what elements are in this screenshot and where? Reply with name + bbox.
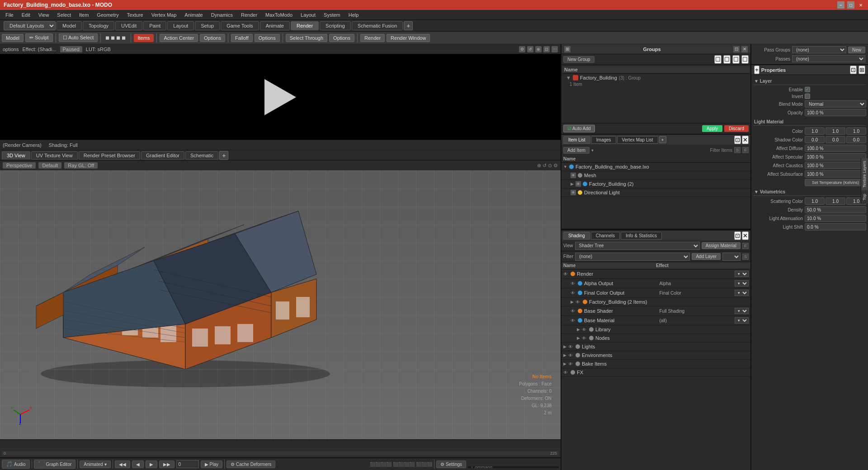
layout-tab-topology[interactable]: Topology	[83, 21, 114, 30]
render-window-btn[interactable]: Render Window	[387, 34, 430, 42]
shader-dropdown-final[interactable]: ▾	[735, 290, 749, 296]
item-row-mesh[interactable]: 👁 Mesh	[561, 171, 750, 180]
shader-eye-alpha[interactable]: 👁	[571, 281, 575, 286]
groups-icon1[interactable]: ☐	[714, 55, 722, 64]
frame-input[interactable]	[176, 460, 199, 468]
color-g[interactable]: 1.0	[826, 127, 845, 135]
layout-tab-uvedit[interactable]: UVEdit	[115, 21, 142, 30]
menu-item-file[interactable]: File	[2, 11, 17, 19]
menu-item-layout[interactable]: Layout	[297, 11, 319, 19]
shader-dropdown-base[interactable]: ▾	[735, 308, 749, 314]
item-panel-detach[interactable]: ⊡	[734, 136, 741, 144]
shader-row-alpha[interactable]: 👁 Alpha Output Alpha ▾	[561, 279, 750, 288]
menu-item-maxtomodo[interactable]: MaxToModo	[262, 11, 296, 19]
options1-btn[interactable]: Options	[200, 34, 225, 42]
apply-btn[interactable]: Apply	[702, 125, 722, 132]
shader-eye-render[interactable]: 👁	[563, 272, 568, 277]
forward-end-btn[interactable]: ▶▶	[159, 461, 175, 468]
shader-eye-fx[interactable]: 👁	[563, 370, 568, 375]
shader-row-final-color[interactable]: 👁 Final Color Output Final Color ▾	[561, 288, 750, 298]
viewport-scene[interactable]: X Y Z No Items Polygons : Face Channels:…	[0, 170, 561, 439]
affect-diffuse-value[interactable]: 100.0 %	[805, 145, 866, 152]
menu-item-select[interactable]: Select	[53, 11, 75, 19]
tab-uv-texture[interactable]: UV Texture View	[31, 151, 78, 160]
render-btn[interactable]: Render	[360, 34, 385, 42]
light-atten-value[interactable]: 10.0 %	[805, 215, 866, 222]
top-label[interactable]: Top	[861, 191, 868, 203]
layout-tab-schematic-fusion[interactable]: Schematic Fusion	[352, 21, 403, 30]
shader-eye-lights[interactable]: 👁	[568, 344, 573, 349]
tab-3d-view[interactable]: 3D View	[2, 151, 30, 160]
menu-item-texture[interactable]: Texture	[123, 11, 147, 19]
affect-caustics-value[interactable]: 100.0 %	[805, 162, 866, 169]
layout-tab-scripting[interactable]: Scripting	[320, 21, 351, 30]
scatter-g[interactable]: 1.0	[826, 197, 845, 205]
command-input[interactable]	[468, 466, 559, 468]
layout-tab-layout[interactable]: Layout	[167, 21, 194, 30]
menu-item-view[interactable]: View	[35, 11, 53, 19]
enable-checkbox[interactable]: ✓	[805, 87, 810, 92]
animated-btn[interactable]: Animated ▾	[80, 461, 110, 468]
shading-S-btn[interactable]: S	[742, 254, 749, 260]
menu-item-edit[interactable]: Edit	[18, 11, 34, 19]
affect-specular-value[interactable]: 100.0 %	[805, 153, 866, 160]
shader-eye-base[interactable]: 👁	[571, 309, 575, 314]
shader-dropdown-render[interactable]: ▾	[735, 271, 749, 277]
tab-images[interactable]: Images	[591, 136, 616, 144]
maximize-button[interactable]: □	[847, 1, 854, 9]
action-center-btn[interactable]: Action Center	[160, 34, 198, 42]
shader-eye-basem[interactable]: 👁	[571, 318, 575, 323]
groups-detach-btn[interactable]: ⊡	[733, 46, 740, 52]
close-button[interactable]: ✕	[857, 1, 864, 9]
graph-editor-btn[interactable]: ⬛ Graph Editor	[34, 460, 76, 469]
pass-groups-select[interactable]: (none)	[792, 46, 846, 53]
shadow-r[interactable]: 0.0	[805, 136, 825, 143]
groups-expand-btn[interactable]: ⊞	[564, 46, 571, 52]
opacity-value[interactable]: 100.0 %	[805, 109, 866, 116]
new-pass-btn[interactable]: New	[848, 47, 865, 53]
add-item-btn[interactable]: Add Item	[563, 147, 590, 154]
discard-btn[interactable]: Discard	[724, 125, 749, 132]
item-row-light[interactable]: 👁 Directional Light	[561, 188, 750, 197]
item-group-eye[interactable]: 👁	[576, 181, 581, 187]
color-r[interactable]: 1.0	[805, 127, 825, 135]
perspective-label[interactable]: Perspective	[3, 162, 36, 169]
shadow-b[interactable]: 0.0	[846, 136, 866, 143]
options2-btn[interactable]: Options	[255, 34, 280, 42]
groups-close-btn[interactable]: ✕	[741, 46, 748, 52]
tab-channels[interactable]: Channels	[591, 232, 620, 240]
falloff-btn[interactable]: Falloff	[231, 34, 253, 42]
invert-checkbox[interactable]	[805, 94, 810, 99]
shader-row-lights[interactable]: ▶ 👁 Lights	[561, 343, 750, 351]
select-through-btn[interactable]: Select Through	[286, 34, 327, 42]
audio-btn[interactable]: 🎵 Audio	[2, 460, 30, 469]
items-btn[interactable]: Items	[134, 34, 154, 42]
auto-add-btn[interactable]: ☑ Auto Add	[563, 125, 595, 132]
item-light-eye[interactable]: 👁	[571, 190, 576, 195]
item-row-factory-group[interactable]: ▶ 👁 Factory_Building (2)	[561, 180, 750, 188]
shader-row-base-material[interactable]: 👁 Base Material (all) ▾	[561, 316, 750, 325]
play-btn[interactable]: ▶ Play	[201, 461, 222, 468]
groups-icon4[interactable]: ☐	[741, 55, 749, 64]
menu-item-item[interactable]: Item	[75, 11, 92, 19]
cache-deformers-btn[interactable]: ⚙ Cache Deformers	[226, 461, 275, 468]
layout-tab-paint[interactable]: Paint	[143, 21, 166, 30]
shading-close-btn[interactable]: ✕	[742, 231, 749, 240]
shader-row-factory[interactable]: ▶ 👁 Factory_Building (2 Items)	[561, 298, 750, 306]
passes-select[interactable]: (none)	[792, 55, 865, 62]
filter-select[interactable]: (none)	[575, 253, 690, 261]
filter-F-btn[interactable]: F	[742, 147, 749, 153]
shader-dropdown-basem[interactable]: ▾	[735, 317, 749, 324]
item-tab-add[interactable]: +	[659, 136, 666, 143]
affect-subsurface-value[interactable]: 100.0 %	[805, 170, 866, 178]
default-label[interactable]: Default	[38, 162, 61, 169]
tab-schematic[interactable]: Schematic	[185, 151, 218, 160]
shader-eye-final[interactable]: 👁	[571, 291, 575, 296]
light-shift-value[interactable]: 0.0 %	[805, 223, 866, 230]
shader-row-fx[interactable]: 👁 FX	[561, 368, 750, 377]
menu-item-animate[interactable]: Animate	[181, 11, 206, 19]
shading-detach-btn[interactable]: ⊡	[734, 231, 741, 240]
tab-vertex-map[interactable]: Vertex Map List	[617, 136, 658, 144]
add-layer-type-select[interactable]	[722, 253, 741, 261]
layout-tab-game-tools[interactable]: Game Tools	[221, 21, 259, 30]
